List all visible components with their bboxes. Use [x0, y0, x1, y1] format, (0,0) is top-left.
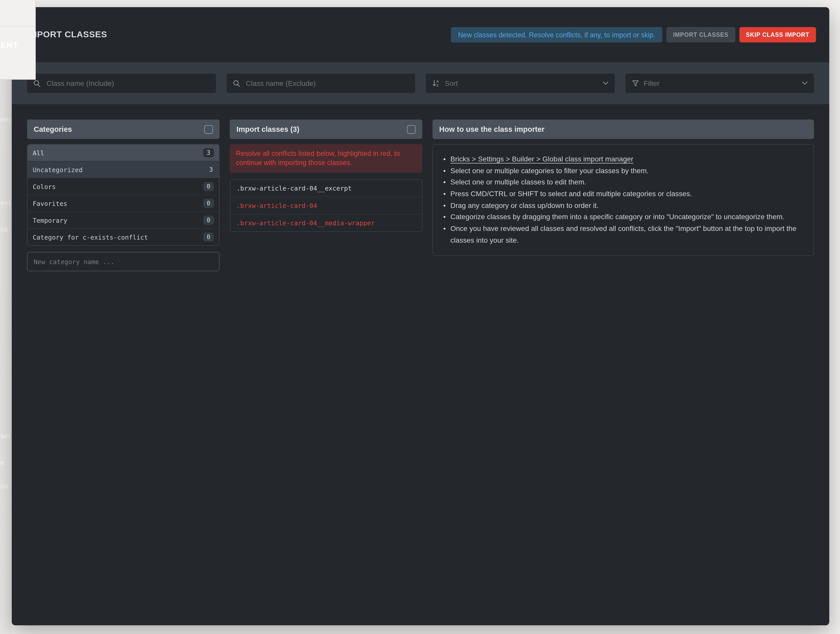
howto-item: Once you have reviewed all classes and r…: [442, 223, 804, 246]
class-name-exclude-input[interactable]: [245, 79, 409, 88]
import-class-row[interactable]: .brxw-article-card-04__media-wrapper: [230, 215, 422, 231]
category-row[interactable]: Colors 0: [28, 178, 219, 195]
category-count-badge: 0: [203, 182, 214, 191]
header-actions: New classes detected. Resolve conflicts,…: [451, 27, 816, 43]
category-row[interactable]: Category for c-exists-conflict 0: [28, 229, 219, 245]
categories-list: All 3 Uncategorized 3 Colors 0 Favorites…: [27, 144, 219, 246]
import-classes-panel: Import classes (3) Resolve all conflicts…: [230, 120, 422, 271]
howto-header-label: How to use the class importer: [439, 125, 545, 133]
howto-item: Select one or multiple categories to fil…: [442, 165, 804, 176]
page-title: IMPORT CLASSES: [27, 30, 107, 40]
search-icon: [233, 79, 240, 87]
category-label: Temporary: [33, 217, 67, 224]
import-classes-header-label: Import classes (3): [237, 125, 300, 133]
category-label: Uncategorized: [33, 166, 83, 174]
background-text-fragment: e: [0, 458, 5, 466]
filter-select[interactable]: Filter: [625, 74, 814, 93]
categories-header-label: Categories: [34, 125, 72, 133]
class-exclude-field: [226, 74, 415, 93]
svg-text:A: A: [436, 79, 439, 83]
category-row[interactable]: Temporary 0: [28, 212, 219, 229]
howto-header: How to use the class importer: [433, 120, 814, 139]
category-count-badge: 0: [203, 199, 214, 208]
import-select-all-checkbox[interactable]: [407, 125, 416, 134]
import-classes-modal: IMPORT CLASSES New classes detected. Res…: [12, 7, 829, 625]
background-corner-panel: ENT: [0, 0, 36, 80]
howto-content-box: Bricks > Settings > Builder > Global cla…: [433, 144, 814, 256]
import-class-name: .brxw-article-card-04__media-wrapper: [237, 219, 375, 227]
modal-header: IMPORT CLASSES New classes detected. Res…: [12, 7, 829, 62]
howto-item: Drag any category or class up/down to or…: [442, 199, 804, 211]
category-row[interactable]: Uncategorized 3: [28, 161, 219, 178]
import-class-list: .brxw-article-card-04__excerpt .brxw-art…: [230, 179, 422, 232]
class-include-field: [27, 74, 216, 93]
category-label: Colors: [33, 183, 56, 190]
background-text-fragment: ext: [0, 199, 11, 207]
import-classes-button[interactable]: IMPORT CLASSES: [666, 27, 735, 43]
funnel-icon: [632, 79, 639, 87]
howto-item: Press CMD/CTRL or SHIFT to select and ed…: [442, 188, 804, 199]
import-class-row[interactable]: .brxw-article-card-04: [230, 197, 422, 215]
howto-item-text: Select one or multiple categories to fil…: [450, 166, 649, 174]
categories-panel: Categories All 3 Uncategorized 3 Colors …: [27, 120, 219, 271]
background-text-fragment: wn: [0, 432, 10, 440]
search-icon: [33, 79, 41, 87]
categories-select-all-checkbox[interactable]: [204, 125, 213, 134]
sort-select-label: Sort: [445, 79, 458, 87]
sort-select[interactable]: AZ Sort: [426, 74, 614, 93]
background-left-strip: nerextnkwneox: [0, 0, 12, 634]
howto-item: Select one or multiple classes to edit t…: [442, 177, 804, 188]
svg-text:Z: Z: [436, 84, 438, 87]
howto-item: Categorize classes by dragging them into…: [442, 211, 804, 223]
import-class-name: .brxw-article-card-04__excerpt: [237, 185, 352, 192]
howto-item-text: Press CMD/CTRL or SHIFT to select and ed…: [450, 190, 692, 198]
category-count-badge: 3: [206, 165, 214, 174]
skip-class-import-button[interactable]: SKIP CLASS IMPORT: [739, 27, 816, 43]
howto-item-text: Select one or multiple classes to edit t…: [450, 178, 586, 186]
import-class-row[interactable]: .brxw-article-card-04__excerpt: [230, 180, 422, 197]
background-text-fragment: ENT: [0, 41, 18, 50]
category-label: All: [33, 149, 44, 157]
conflict-warning: Resolve all conflicts listed below, high…: [230, 144, 422, 173]
corner-panel-divider: [0, 26, 35, 27]
category-count-badge: 0: [203, 232, 214, 242]
import-class-name: .brxw-article-card-04: [237, 202, 317, 209]
category-row[interactable]: All 3: [28, 145, 219, 161]
category-row[interactable]: Favorites 0: [28, 195, 219, 212]
category-label: Favorites: [33, 199, 67, 207]
category-label: Category for c-exists-conflict: [33, 233, 148, 241]
howto-item: Bricks > Settings > Builder > Global cla…: [442, 153, 804, 165]
filter-bar: AZ Sort Filter: [12, 62, 829, 104]
category-count-badge: 3: [203, 148, 214, 157]
info-banner: New classes detected. Resolve conflicts,…: [451, 27, 662, 43]
class-name-include-input[interactable]: [46, 79, 210, 88]
howto-item-text: Once you have reviewed all classes and r…: [450, 224, 796, 244]
howto-panel: How to use the class importer Bricks > S…: [433, 120, 814, 271]
howto-settings-path-link[interactable]: Bricks > Settings > Builder > Global cla…: [450, 155, 633, 163]
background-text-fragment: nk: [0, 225, 8, 234]
modal-content: Categories All 3 Uncategorized 3 Colors …: [12, 104, 829, 625]
chevron-down-icon: [802, 81, 808, 85]
howto-item-text: Categorize classes by dragging them into…: [450, 213, 785, 221]
filter-select-label: Filter: [644, 79, 660, 87]
new-category-input[interactable]: [27, 252, 219, 271]
screen: nerextnkwneox ENT IMPORT CLASSES New cla…: [0, 0, 840, 634]
howto-item-text: Drag any category or class up/down to or…: [450, 201, 599, 209]
background-text-fragment: ox: [0, 482, 8, 490]
category-count-badge: 0: [203, 216, 214, 225]
background-text-fragment: ner: [0, 115, 11, 123]
import-classes-header: Import classes (3): [230, 120, 422, 139]
sort-az-icon: AZ: [432, 79, 440, 87]
chevron-down-icon: [602, 81, 608, 85]
howto-list: Bricks > Settings > Builder > Global cla…: [442, 153, 804, 246]
categories-header: Categories: [27, 120, 219, 139]
